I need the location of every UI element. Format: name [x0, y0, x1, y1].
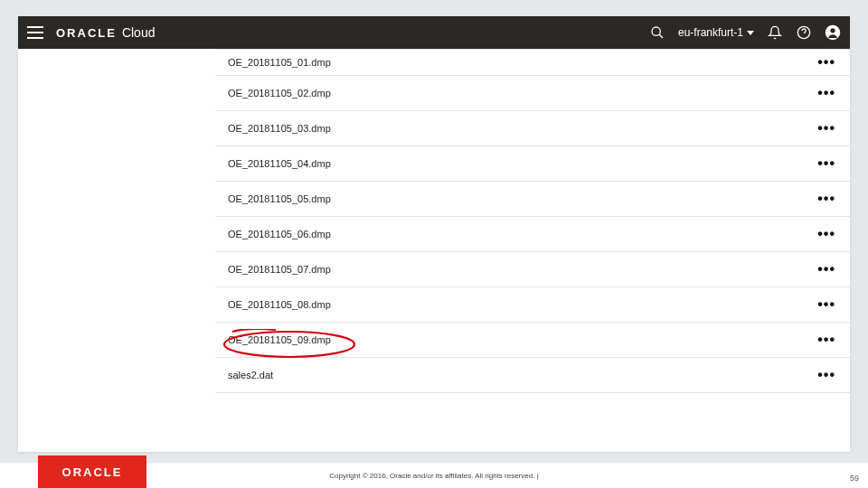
- file-name: OE_20181105_02.dmp: [228, 88, 331, 99]
- file-name: OE_20181105_07.dmp: [228, 264, 331, 275]
- more-actions-icon[interactable]: •••: [817, 55, 835, 70]
- table-row[interactable]: OE_20181105_06.dmp •••: [215, 217, 850, 252]
- more-actions-icon[interactable]: •••: [817, 333, 835, 347]
- table-row[interactable]: sales2.dat •••: [215, 358, 850, 393]
- more-actions-icon[interactable]: •••: [817, 262, 835, 277]
- footer-page-number: 59: [850, 474, 859, 483]
- footer-logo-text: ORACLE: [62, 465, 123, 479]
- table-row[interactable]: OE_20181105_04.dmp •••: [215, 146, 850, 182]
- help-icon[interactable]: [796, 24, 812, 41]
- file-name: OE_20181105_09.dmp: [228, 334, 331, 345]
- table-row[interactable]: OE_20181105_07.dmp •••: [215, 252, 850, 287]
- topbar: ORACLE Cloud eu-frankfurt-1: [18, 16, 850, 49]
- search-icon[interactable]: [649, 24, 665, 41]
- file-name: OE_20181105_03.dmp: [228, 123, 331, 134]
- svg-point-5: [830, 28, 835, 33]
- user-avatar-icon[interactable]: [825, 24, 841, 41]
- more-actions-icon[interactable]: •••: [817, 227, 835, 241]
- table-row[interactable]: OE_20181105_03.dmp •••: [215, 111, 850, 146]
- file-name: OE_20181105_06.dmp: [228, 229, 331, 239]
- file-name: sales2.dat: [228, 370, 273, 380]
- brand-oracle: ORACLE: [56, 26, 117, 40]
- table-row[interactable]: OE_20181105_02.dmp •••: [215, 76, 850, 111]
- footer-logo: ORACLE: [38, 455, 146, 488]
- more-actions-icon[interactable]: •••: [817, 368, 835, 382]
- more-actions-icon[interactable]: •••: [817, 192, 835, 206]
- menu-icon[interactable]: [27, 26, 43, 39]
- topbar-right: eu-frankfurt-1: [649, 24, 841, 41]
- content-area: OE_20181105_01.dmp ••• OE_20181105_02.dm…: [18, 49, 850, 452]
- brand-cloud: Cloud: [122, 25, 156, 40]
- slide-frame: ORACLE Cloud eu-frankfurt-1: [18, 16, 850, 452]
- table-row[interactable]: OE_20181105_01.dmp •••: [215, 49, 850, 76]
- chevron-down-icon: [747, 31, 754, 35]
- more-actions-icon[interactable]: •••: [817, 121, 835, 136]
- svg-line-1: [659, 34, 663, 38]
- table-row[interactable]: OE_20181105_09.dmp •••: [215, 323, 850, 358]
- more-actions-icon[interactable]: •••: [817, 297, 835, 312]
- file-name: OE_20181105_04.dmp: [228, 158, 331, 169]
- table-row[interactable]: OE_20181105_05.dmp •••: [215, 182, 850, 217]
- file-name: OE_20181105_08.dmp: [228, 299, 331, 310]
- region-selector[interactable]: eu-frankfurt-1: [678, 26, 754, 39]
- file-list: OE_20181105_01.dmp ••• OE_20181105_02.dm…: [215, 49, 850, 393]
- file-name: OE_20181105_05.dmp: [228, 193, 331, 204]
- more-actions-icon[interactable]: •••: [817, 156, 835, 171]
- file-name: OE_20181105_01.dmp: [228, 57, 331, 68]
- region-label: eu-frankfurt-1: [678, 26, 743, 39]
- svg-point-0: [652, 27, 660, 35]
- more-actions-icon[interactable]: •••: [817, 86, 835, 100]
- notifications-icon[interactable]: [767, 24, 783, 41]
- brand: ORACLE Cloud: [56, 25, 155, 40]
- table-row[interactable]: OE_20181105_08.dmp •••: [215, 287, 850, 323]
